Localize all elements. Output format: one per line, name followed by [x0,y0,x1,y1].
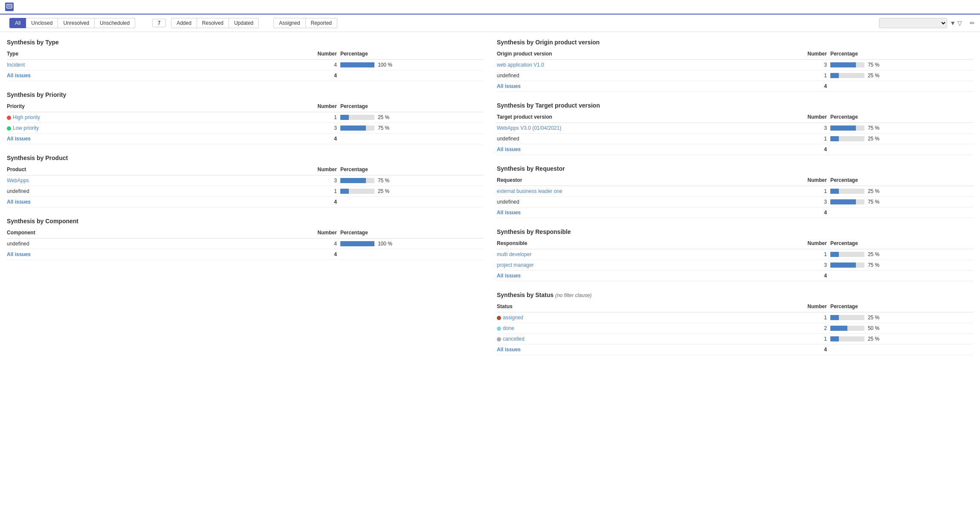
synthesis-by-status-row-1-name[interactable]: done [497,323,783,334]
synthesis-by-component-title: Synthesis by Component [7,218,483,225]
synthesis-by-responsible-row-2-number: 4 [783,271,830,281]
synthesis-by-product-row-0-name[interactable]: WebApps [7,175,293,186]
status-unresolved-button[interactable]: Unresolved [58,18,95,28]
synthesis-by-status-row-0-name[interactable]: assigned [497,312,783,323]
status-btn-group: All Unclosed Unresolved Unscheduled [9,18,135,28]
synthesis-by-component-row-0-pct: 100 % [340,239,483,249]
synthesis-by-responsible-title: Synthesis by Responsible [497,228,973,235]
synthesis-by-product-row-1-number: 1 [293,186,340,197]
my-tickets-reported-button[interactable]: Reported [306,18,337,28]
synthesis-by-responsible-row-0-number: 1 [783,249,830,260]
synthesis-by-product-row-1-pct: 25 % [340,186,483,197]
synthesis-by-product-row-2-pct [340,197,483,207]
svg-rect-0 [7,4,12,8]
synthesis-by-responsible-row-0-name[interactable]: multi developer [497,249,783,260]
table-row: All issues4 [7,197,483,207]
filter-icon[interactable]: ▼ ▽ [950,20,962,26]
synthesis-by-status: Synthesis by Status (no filter clause)St… [497,292,973,355]
synthesis-by-origin-row-0-name[interactable]: web application V1.0 [497,60,783,70]
synthesis-by-origin-row-2-name[interactable]: All issues [497,81,783,92]
synthesis-by-requestor-table: RequestorNumberPercentageexternal busine… [497,175,973,218]
synthesis-by-priority-row-0-pct: 25 % [340,112,483,123]
synthesis-by-priority-row-0-name[interactable]: High priority [7,112,293,123]
tickets-icon [5,3,14,11]
toolbar: All Unclosed Unresolved Unscheduled Adde… [0,15,980,32]
synthesis-by-responsible-col1-header: Responsible [497,239,783,249]
synthesis-by-target-row-1-number: 1 [783,134,830,144]
recent-btn-group: Added Resolved Updated [171,18,259,28]
synthesis-by-status-row-3-pct [830,344,973,355]
recent-added-button[interactable]: Added [171,18,197,28]
synthesis-by-target-row-2-pct [830,144,973,155]
progress-bar [830,315,839,320]
synthesis-by-product-row-2-name[interactable]: All issues [7,197,293,207]
progress-bar [340,62,374,67]
progress-bar [830,336,839,341]
synthesis-by-type-row-0-number: 4 [293,60,340,70]
synthesis-by-type-row-0-pct: 100 % [340,60,483,70]
status-dot-icon [497,316,501,320]
synthesis-by-target-row-0-pct: 75 % [830,123,973,134]
synthesis-by-priority-row-2-name[interactable]: All issues [7,134,293,144]
type-section: ▼ ▽ ✏ [875,18,975,28]
type-select[interactable] [879,18,947,28]
progress-bar [340,125,366,131]
synthesis-by-component-row-1-name[interactable]: All issues [7,249,293,260]
progress-bar [830,62,856,67]
table-row: All issues4 [497,81,973,92]
table-row: High priority125 % [7,112,483,123]
synthesis-by-origin: Synthesis by Origin product versionOrigi… [497,39,973,92]
synthesis-by-responsible-row-1-name[interactable]: project manager [497,260,783,271]
synthesis-by-responsible-row-2-name[interactable]: All issues [497,271,783,281]
synthesis-by-target-table: Target product versionNumberPercentageWe… [497,112,973,155]
table-row: All issues4 [7,70,483,81]
synthesis-by-target-row-2-name[interactable]: All issues [497,144,783,155]
progress-bar [340,178,366,183]
synthesis-by-target: Synthesis by Target product versionTarge… [497,102,973,155]
synthesis-by-priority-title: Synthesis by Priority [7,91,483,98]
progress-bar [830,136,839,141]
synthesis-by-type-col1-header: Type [7,49,293,60]
synthesis-by-origin-row-1-name: undefined [497,70,783,81]
status-unclosed-button[interactable]: Unclosed [26,18,58,28]
table-row: web application V1.0375 % [497,60,973,70]
synthesis-by-type: Synthesis by TypeTypeNumberPercentageInc… [7,39,483,81]
synthesis-by-component-row-0-number: 4 [293,239,340,249]
synthesis-by-requestor-row-2-name[interactable]: All issues [497,207,783,218]
synthesis-by-origin-col3-header: Percentage [830,49,973,60]
synthesis-by-requestor-col3-header: Percentage [830,175,973,186]
synthesis-by-priority-col2-header: Number [293,102,340,112]
synthesis-by-priority-table: PriorityNumberPercentageHigh priority125… [7,102,483,144]
synthesis-by-target-row-0-name[interactable]: WebApps V3.0 (01/04/2021) [497,123,783,134]
synthesis-by-origin-col2-header: Number [783,49,830,60]
synthesis-by-status-row-2-name[interactable]: cancelled [497,334,783,344]
synthesis-by-type-row-1-number: 4 [293,70,340,81]
synthesis-by-status-row-3-name[interactable]: All issues [497,344,783,355]
synthesis-by-type-row-0-name[interactable]: Incident [7,60,293,70]
synthesis-by-component-row-0-name: undefined [7,239,293,249]
table-row: multi developer125 % [497,249,973,260]
synthesis-by-target-row-1-pct: 25 % [830,134,973,144]
synthesis-by-product-row-0-pct: 75 % [340,175,483,186]
synthesis-by-type-row-1-name[interactable]: All issues [7,70,293,81]
edit-icon[interactable]: ✏ [970,20,975,26]
since-input[interactable] [152,19,166,27]
synthesis-by-origin-table: Origin product versionNumberPercentagewe… [497,49,973,92]
status-unscheduled-button[interactable]: Unscheduled [95,18,135,28]
synthesis-by-requestor-row-2-pct [830,207,973,218]
table-row: done250 % [497,323,973,334]
synthesis-by-origin-row-1-pct: 25 % [830,70,973,81]
recent-resolved-button[interactable]: Resolved [197,18,229,28]
status-dot-icon [7,126,11,131]
progress-bar [830,189,839,194]
status-all-button[interactable]: All [9,18,26,28]
synthesis-by-responsible-row-1-pct: 75 % [830,260,973,271]
progress-bar [830,125,856,131]
synthesis-by-priority-row-1-name[interactable]: Low priority [7,123,293,134]
my-tickets-btn-group: Assigned Reported [273,18,337,28]
recent-updated-button[interactable]: Updated [229,18,259,28]
synthesis-by-product-row-0-number: 3 [293,175,340,186]
synthesis-by-priority-row-2-pct [340,134,483,144]
my-tickets-assigned-button[interactable]: Assigned [273,18,305,28]
synthesis-by-requestor-row-0-name[interactable]: external business leader one [497,186,783,197]
